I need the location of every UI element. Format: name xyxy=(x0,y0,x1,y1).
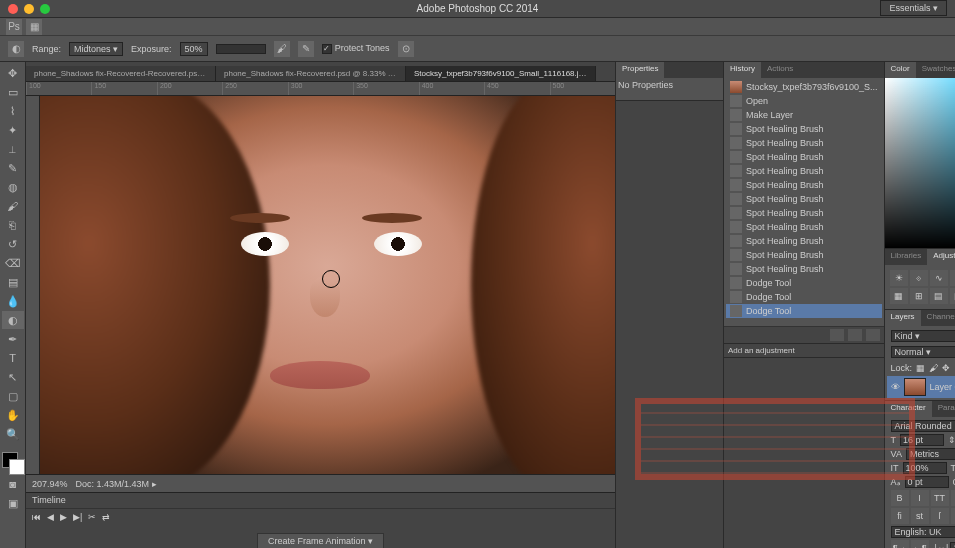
adj-photo-icon[interactable]: ▦ xyxy=(890,288,908,304)
visibility-icon[interactable]: 👁 xyxy=(891,382,900,392)
snapshot-icon[interactable] xyxy=(830,329,844,341)
minimize-window[interactable] xyxy=(24,4,34,14)
eraser-tool-icon[interactable]: ⌫ xyxy=(2,254,24,272)
wand-tool-icon[interactable]: ✦ xyxy=(2,121,24,139)
pen-tool-icon[interactable]: ✒ xyxy=(2,330,24,348)
tl-trans-icon[interactable]: ⇄ xyxy=(102,512,110,522)
fi-icon[interactable]: fi xyxy=(891,508,909,524)
history-step[interactable]: Open xyxy=(726,94,882,108)
tl-prev-icon[interactable]: ◀ xyxy=(47,512,54,522)
swash-icon[interactable]: ſ xyxy=(931,508,949,524)
doc-tab-1[interactable]: phone_Shadows fix-Recovered-Recovered.ps… xyxy=(26,66,216,81)
blur-tool-icon[interactable]: 💧 xyxy=(2,292,24,310)
vscale-input[interactable]: 100% xyxy=(903,462,947,474)
adjustments-tab[interactable]: Adjustments xyxy=(927,249,955,265)
layer-kind-filter[interactable]: Kind ▾ xyxy=(891,330,955,342)
timeline-tab[interactable]: Timeline xyxy=(26,493,615,509)
scale-input[interactable]: 100 xyxy=(950,542,955,548)
history-step[interactable]: Spot Healing Brush xyxy=(726,136,882,150)
marquee-tool-icon[interactable]: ▭ xyxy=(2,83,24,101)
trash-icon[interactable] xyxy=(866,329,880,341)
kerning-select[interactable]: Metrics xyxy=(906,448,955,460)
airbrush-icon[interactable]: 🖌 xyxy=(274,41,290,57)
history-step[interactable]: Dodge Tool xyxy=(726,290,882,304)
type-tool-icon[interactable]: T xyxy=(2,349,24,367)
tl-next-icon[interactable]: ▶| xyxy=(73,512,82,522)
exposure-slider[interactable] xyxy=(216,44,266,54)
ruler-horizontal[interactable]: 100150200250300350400450500 xyxy=(26,82,615,96)
layer-name[interactable]: Layer 0 xyxy=(930,382,955,392)
history-step[interactable]: Spot Healing Brush xyxy=(726,164,882,178)
color-swatches[interactable] xyxy=(2,448,24,474)
gradient-tool-icon[interactable]: ▤ xyxy=(2,273,24,291)
quickmask-icon[interactable]: ◙ xyxy=(2,475,24,493)
allcaps-icon[interactable]: TT xyxy=(931,490,949,506)
lasso-tool-icon[interactable]: ⌇ xyxy=(2,102,24,120)
history-step[interactable]: Spot Healing Brush xyxy=(726,206,882,220)
tool-preset-icon[interactable]: ◐ xyxy=(8,41,24,57)
maximize-window[interactable] xyxy=(40,4,50,14)
screenmode-icon[interactable]: ▣ xyxy=(2,494,24,512)
doc-info[interactable]: Doc: 1.43M/1.43M ▸ xyxy=(76,479,157,489)
lock-transparent-icon[interactable]: ▦ xyxy=(916,363,925,373)
adj-lookup-icon[interactable]: ▤ xyxy=(930,288,948,304)
swatches-tab[interactable]: Swatches xyxy=(916,62,955,78)
adj-curves-icon[interactable]: ∿ xyxy=(930,270,948,286)
history-snapshot[interactable]: Stocksy_txpef3b793f6v9100_S... xyxy=(726,80,882,94)
history-step[interactable]: Spot Healing Brush xyxy=(726,262,882,276)
actions-tab[interactable]: Actions xyxy=(761,62,799,78)
history-step[interactable]: Spot Healing Brush xyxy=(726,178,882,192)
smallcaps-icon[interactable]: Tt xyxy=(951,490,955,506)
language-select[interactable]: English: UK xyxy=(891,526,955,538)
history-brush-icon[interactable]: ↺ xyxy=(2,235,24,253)
adj-exposure-icon[interactable]: ◐ xyxy=(950,270,955,286)
healing-tool-icon[interactable]: ◍ xyxy=(2,178,24,196)
libraries-tab[interactable]: Libraries xyxy=(885,249,928,265)
history-step[interactable]: Spot Healing Brush xyxy=(726,234,882,248)
move-tool-icon[interactable]: ✥ xyxy=(2,64,24,82)
close-window[interactable] xyxy=(8,4,18,14)
italic-icon[interactable]: I xyxy=(911,490,929,506)
history-step[interactable]: Dodge Tool xyxy=(726,276,882,290)
doc-tab-2[interactable]: phone_Shadows fix-Recovered.psd @ 8.33% … xyxy=(216,66,406,81)
lock-move-icon[interactable]: ✥ xyxy=(942,363,950,373)
protect-tones-check[interactable]: Protect Tones xyxy=(322,43,390,54)
color-tab[interactable]: Color xyxy=(885,62,916,78)
titling-icon[interactable]: T xyxy=(951,508,955,524)
zoom-level[interactable]: 207.94% xyxy=(32,479,68,489)
layer-thumbnail[interactable] xyxy=(904,378,926,396)
dir-rtl-icon[interactable]: ←¶ xyxy=(911,540,929,548)
history-step[interactable]: Spot Healing Brush xyxy=(726,192,882,206)
paragraph-tab[interactable]: Paragraph xyxy=(932,401,955,417)
bold-icon[interactable]: B xyxy=(891,490,909,506)
baseline-input[interactable]: 0 pt xyxy=(905,476,949,488)
properties-tab[interactable]: Properties xyxy=(616,62,664,78)
ps-logo-icon[interactable]: Ps xyxy=(6,19,22,35)
history-tab[interactable]: History xyxy=(724,62,761,78)
doc-tab-3[interactable]: Stocksy_txpef3b793f6v9100_Small_1116168.… xyxy=(406,66,596,81)
font-size-input[interactable]: 16 pt xyxy=(900,434,944,446)
eyedropper-tool-icon[interactable]: ✎ xyxy=(2,159,24,177)
tl-first-icon[interactable]: ⏮ xyxy=(32,512,41,522)
history-step[interactable]: Dodge Tool xyxy=(726,304,882,318)
pressure-icon[interactable]: ✎ xyxy=(298,41,314,57)
history-step[interactable]: Spot Healing Brush xyxy=(726,220,882,234)
stamp-tool-icon[interactable]: ⎗ xyxy=(2,216,24,234)
layers-tab[interactable]: Layers xyxy=(885,310,921,326)
adj-brightness-icon[interactable]: ☀ xyxy=(890,270,908,286)
new-doc-icon[interactable] xyxy=(848,329,862,341)
workspace-switcher[interactable]: Essentials ▾ xyxy=(880,0,947,16)
dir-ltr-icon[interactable]: ¶→ xyxy=(891,540,909,548)
adj-invert-icon[interactable]: ◨ xyxy=(950,288,955,304)
layer-row[interactable]: 👁 Layer 0 xyxy=(887,376,955,398)
history-step[interactable]: Spot Healing Brush xyxy=(726,122,882,136)
history-step[interactable]: Make Layer xyxy=(726,108,882,122)
font-family-select[interactable]: Arial Rounded ... xyxy=(891,420,955,432)
exposure-input[interactable]: 50% xyxy=(180,42,208,56)
lock-paint-icon[interactable]: 🖌 xyxy=(929,363,938,373)
range-select[interactable]: Midtones ▾ xyxy=(69,42,123,56)
character-tab[interactable]: Character xyxy=(885,401,932,417)
color-picker[interactable] xyxy=(885,78,955,248)
canvas[interactable] xyxy=(40,96,615,474)
tl-cut-icon[interactable]: ✂ xyxy=(88,512,96,522)
